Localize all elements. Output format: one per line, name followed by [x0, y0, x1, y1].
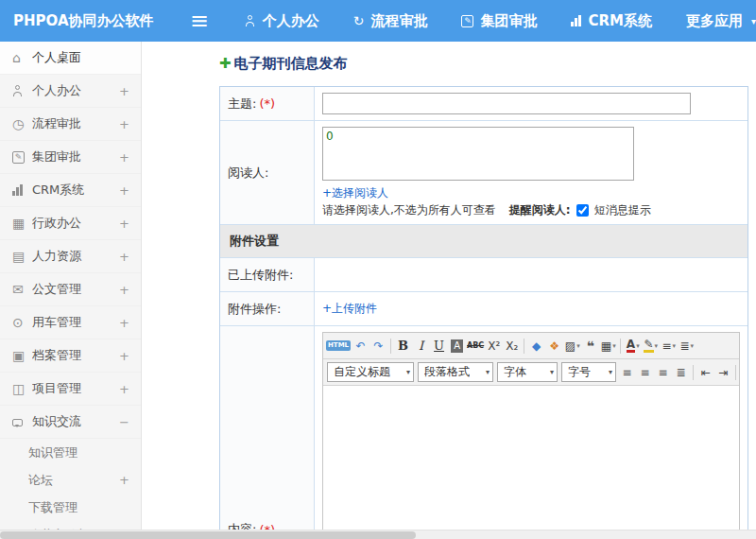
sidebar-item-knowledge-management[interactable]: 知识管理 — [0, 439, 141, 466]
uploaded-attachments-label: 已上传附件: — [228, 267, 293, 284]
format-painter-button[interactable]: ❖ — [546, 336, 562, 356]
font-family-select[interactable]: 字体▾ — [497, 362, 558, 382]
superscript-button[interactable]: X² — [486, 336, 502, 356]
align-justify-button[interactable]: ≣ — [673, 362, 689, 383]
sidebar-item-crm-system[interactable]: CRM系统+ — [0, 174, 141, 207]
font-bg-button[interactable]: A — [449, 336, 465, 356]
font-size-select[interactable]: 字号▾ — [561, 362, 616, 382]
sidebar-item-group-approval[interactable]: ✎集团审批+ — [0, 141, 141, 174]
expand-plus-icon[interactable]: + — [119, 183, 129, 198]
expand-plus-icon[interactable]: + — [119, 217, 129, 231]
undo-button[interactable]: ↶ — [352, 336, 369, 356]
custom-heading-select-label: 自定义标题 — [334, 364, 390, 380]
chevron-down-icon: ▾ — [576, 342, 580, 350]
expand-plus-icon[interactable]: + — [119, 117, 129, 131]
sidebar-item-workflow-approval[interactable]: ◷流程审批+ — [0, 108, 141, 141]
collapse-minus-icon[interactable]: − — [119, 415, 129, 429]
sidebar-item-forum[interactable]: 论坛+ — [0, 466, 141, 494]
subject-input[interactable] — [322, 93, 691, 114]
underline-button[interactable]: U — [431, 336, 447, 356]
expand-plus-icon[interactable]: + — [119, 473, 129, 487]
sidebar-item-document-management[interactable]: ✉公文管理+ — [0, 273, 141, 306]
italic-button[interactable]: I — [413, 336, 429, 356]
sidebar-item-personal-office[interactable]: 个人办公+ — [0, 75, 141, 108]
subject-row: 主题: (*) — [220, 87, 747, 121]
unordered-list-icon: ≡ — [662, 340, 671, 352]
chevron-down-icon: ▾ — [673, 342, 677, 350]
sidebar-item-project-management[interactable]: ◫项目管理+ — [0, 373, 141, 406]
highlight-pen-icon: ✎ — [644, 339, 653, 353]
fill-color-button[interactable]: ▨▾ — [564, 336, 580, 356]
content-row: 内容: (*) HTML↶↷BIUAABCX²X₂◆❖▨▾❝▦▾A▾✎▾≡▾≣▾… — [220, 326, 747, 539]
hamburger-menu-icon[interactable]: ≡ — [190, 9, 209, 32]
paragraph-format-select[interactable]: 段落格式▾ — [418, 362, 493, 382]
select-readers-link[interactable]: +选择阅读人 — [322, 186, 388, 200]
chevron-down-icon: ▾ — [486, 368, 490, 376]
expand-plus-icon[interactable]: + — [119, 84, 129, 98]
ordered-list-button[interactable]: ≣▾ — [679, 336, 695, 356]
sidebar-item-admin-office[interactable]: ▦行政办公+ — [0, 207, 141, 240]
chevron-down-icon: ▾ — [609, 368, 612, 376]
app-title: PHPOA协同办公软件 — [0, 12, 175, 30]
sidebar-item-knowledge-exchange[interactable]: 知识交流− — [0, 406, 141, 439]
unordered-list-button[interactable]: ≡▾ — [661, 336, 677, 356]
align-right-icon: ≡ — [658, 367, 667, 378]
sidebar-item-human-resources[interactable]: ▤人力资源+ — [0, 240, 141, 273]
remove-format-button[interactable]: ◆ — [528, 336, 544, 356]
bar-chart-icon — [571, 15, 581, 26]
chevron-down-icon: ▾ — [691, 342, 695, 350]
attachment-section-title: 附件设置 — [230, 234, 279, 248]
scrollbar-thumb[interactable] — [0, 531, 416, 539]
sidebar-item-label: 个人桌面 — [32, 49, 129, 66]
readers-textarea[interactable]: 0 — [322, 127, 634, 181]
highlight-pen-button[interactable]: ✎▾ — [643, 336, 659, 356]
align-left-button[interactable]: ≡ — [619, 362, 635, 383]
sidebar-item-vehicle-management[interactable]: ⊙用车管理+ — [0, 306, 141, 339]
sidebar-item-archive-management[interactable]: ▣档案管理+ — [0, 339, 141, 373]
fill-color-icon: ▨ — [565, 340, 576, 352]
indent-button[interactable]: ⇥ — [715, 362, 731, 383]
paragraph-format-select-label: 段落格式 — [424, 364, 470, 380]
font-color-button[interactable]: A▾ — [625, 336, 641, 356]
custom-heading-select[interactable]: 自定义标题▾ — [327, 362, 414, 382]
font-bg-icon: A — [451, 339, 463, 353]
sidebar-item-label: 知识交流 — [32, 413, 115, 430]
expand-plus-icon[interactable]: + — [119, 382, 129, 396]
subscript-button[interactable]: X₂ — [504, 336, 520, 356]
attachment-action-row: 附件操作: +上传附件 — [220, 292, 747, 326]
edit-square-icon: ✎ — [461, 15, 473, 27]
expand-plus-icon[interactable]: + — [119, 349, 129, 363]
insert-table-button[interactable]: ▦▾ — [600, 336, 616, 356]
editor-content-area[interactable] — [323, 386, 739, 539]
clock-icon: ◷ — [12, 117, 32, 130]
font-size-select-label: 字号 — [568, 364, 591, 380]
sms-remind-checkbox[interactable] — [576, 204, 589, 217]
strikethrough-button[interactable]: ABC — [467, 336, 484, 356]
list-box-icon: ▤ — [12, 250, 32, 263]
topnav-group-approval[interactable]: ✎集团审批 — [461, 12, 537, 30]
readers-label-cell: 阅读人: — [220, 121, 315, 224]
align-center-button[interactable]: ≡ — [637, 362, 653, 383]
topnav-crm-system[interactable]: CRM系统 — [571, 12, 652, 30]
required-mark: (*) — [259, 96, 275, 111]
expand-plus-icon[interactable]: + — [119, 316, 129, 330]
align-right-button[interactable]: ≡ — [655, 362, 671, 383]
sidebar-item-personal-desktop[interactable]: ⌂个人桌面 — [0, 42, 141, 75]
horizontal-scrollbar[interactable] — [0, 530, 756, 539]
bold-button[interactable]: B — [395, 336, 411, 356]
sidebar-item-download-management[interactable]: 下载管理 — [0, 494, 141, 521]
outdent-button[interactable]: ⇤ — [697, 362, 713, 383]
expand-plus-icon[interactable]: + — [119, 150, 129, 165]
sidebar: ⌂个人桌面个人办公+◷流程审批+✎集团审批+CRM系统+▦行政办公+▤人力资源+… — [0, 42, 142, 539]
redo-button[interactable]: ↷ — [370, 336, 387, 356]
topnav-personal-office[interactable]: 个人办公 — [245, 12, 319, 30]
html-source-button[interactable]: HTML — [326, 336, 351, 356]
topnav-more-apps[interactable]: 更多应用▾ — [686, 12, 756, 30]
topnav-label: 个人办公 — [263, 12, 319, 30]
toolbar-separator — [524, 339, 524, 354]
expand-plus-icon[interactable]: + — [119, 283, 129, 297]
upload-attachment-link[interactable]: +上传附件 — [322, 301, 377, 317]
topnav-workflow-approval[interactable]: ↻流程审批 — [353, 12, 428, 30]
expand-plus-icon[interactable]: + — [119, 250, 129, 264]
blockquote-button[interactable]: ❝ — [582, 336, 598, 356]
